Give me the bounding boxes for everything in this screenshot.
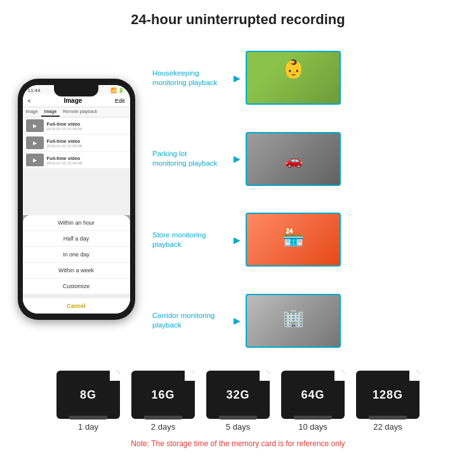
- arrow-icon-3: ▶: [234, 315, 241, 326]
- sdcard-2: 32G: [206, 371, 270, 419]
- sdcard-0: 8G: [56, 371, 120, 419]
- dropdown-item-0[interactable]: Within an hour: [23, 215, 130, 231]
- sdcard-days-4: 22 days: [373, 422, 402, 432]
- video-thumb-1: [26, 119, 44, 132]
- video-item-1: Full-time video 2019-01-01 15:58:08: [23, 117, 130, 135]
- phone-edit-button[interactable]: Edit: [115, 98, 125, 104]
- sdcard-item-2: 32G 5 days: [206, 371, 270, 432]
- phone-back-button[interactable]: <: [28, 98, 31, 104]
- sdcard-notch-2: [219, 416, 257, 420]
- phone-tabs: image Image Remote playback: [23, 107, 130, 117]
- monitoring-label-3: Corridor monitoringplayback: [152, 311, 228, 330]
- sdcard-row: 8G 1 day 16G 2 days 32G 5 days 64G: [56, 371, 420, 432]
- sdcard-4: 128G: [356, 371, 420, 419]
- video-info-1: Full-time video 2019-01-01 15:58:08: [47, 121, 83, 131]
- monitoring-section: Housekeepingmonitoring playback ▶ Parkin…: [152, 34, 470, 364]
- sdcard-section: 8G 1 day 16G 2 days 32G 5 days 64G: [0, 364, 476, 451]
- dropdown-cancel-button[interactable]: Cancel: [23, 294, 130, 314]
- arrow-icon-2: ▶: [234, 235, 241, 245]
- monitoring-img-2: [246, 213, 341, 267]
- video-date-3: 2019-01-01 15:40:08: [47, 161, 83, 165]
- video-date-2: 2019-01-01 15:45:08: [47, 144, 83, 148]
- dropdown-item-3[interactable]: Within a week: [23, 263, 130, 279]
- tab-image-active[interactable]: Image: [41, 107, 60, 117]
- dropdown-overlay: Within an hour Half a day In one day Wit…: [23, 215, 130, 314]
- monitoring-row-1: Parking lotmonitoring playback ▶: [152, 132, 470, 186]
- tab-remote-playback[interactable]: Remote playback: [60, 107, 100, 117]
- sdcard-days-2: 5 days: [226, 422, 250, 432]
- monitoring-row-0: Housekeepingmonitoring playback ▶: [152, 51, 470, 105]
- dropdown-item-4[interactable]: Customize: [23, 279, 130, 294]
- arrow-icon-0: ▶: [234, 73, 241, 83]
- video-name-3: Full-time video: [47, 155, 83, 161]
- monitoring-img-0: [246, 51, 341, 105]
- phone-mockup: 11:44 📶 🔋 < Image Edit image Image Remot…: [6, 34, 146, 364]
- sdcard-notch-1: [144, 416, 182, 420]
- sdcard-days-3: 10 days: [298, 422, 327, 432]
- page-title: 24-hour uninterrupted recording: [0, 0, 476, 34]
- sdcard-notch-0: [69, 416, 107, 420]
- monitoring-img-1: [246, 132, 341, 186]
- video-thumb-3: [26, 154, 44, 166]
- sdcard-notch-4: [369, 416, 407, 420]
- arrow-icon-1: ▶: [234, 154, 241, 164]
- sdcard-notch-3: [294, 416, 332, 420]
- phone-nav-bar: < Image Edit: [23, 95, 130, 107]
- monitoring-label-2: Store monitoringplayback: [152, 230, 228, 249]
- video-thumb-2: [26, 136, 44, 149]
- sdcard-label-4: 128G: [373, 388, 403, 402]
- video-name-2: Full-time video: [47, 138, 83, 144]
- phone-nav-title: Image: [63, 97, 82, 104]
- monitoring-label-0: Housekeepingmonitoring playback: [152, 69, 228, 88]
- sdcard-item-1: 16G 2 days: [131, 371, 195, 432]
- dropdown-menu: Within an hour Half a day In one day Wit…: [23, 215, 130, 314]
- video-info-3: Full-time video 2019-01-01 15:40:08: [47, 155, 83, 165]
- video-item-3: Full-time video 2019-01-01 15:40:08: [23, 152, 130, 169]
- phone-notch: [54, 85, 98, 96]
- sdcard-item-3: 64G 10 days: [281, 371, 345, 432]
- sdcard-days-0: 1 day: [78, 422, 98, 432]
- sdcard-label-1: 16G: [151, 388, 175, 402]
- note-text: Note: The storage time of the memory car…: [131, 439, 345, 448]
- tab-image[interactable]: image: [23, 107, 41, 117]
- dropdown-item-2[interactable]: In one day: [23, 247, 130, 263]
- sdcard-days-1: 2 days: [151, 422, 175, 432]
- phone-icons: 📶 🔋: [110, 88, 124, 93]
- monitoring-row-3: Corridor monitoringplayback ▶: [152, 294, 470, 348]
- phone-time: 11:44: [28, 88, 41, 93]
- sdcard-label-3: 64G: [301, 388, 324, 402]
- video-item-2: Full-time video 2019-01-01 15:45:08: [23, 135, 130, 152]
- sdcard-1: 16G: [131, 371, 195, 419]
- sdcard-3: 64G: [281, 371, 345, 419]
- sdcard-item-0: 8G 1 day: [56, 371, 120, 432]
- sdcard-label-0: 8G: [80, 388, 96, 402]
- monitoring-label-1: Parking lotmonitoring playback: [152, 149, 228, 168]
- monitoring-img-3: [246, 294, 341, 348]
- dropdown-item-1[interactable]: Half a day: [23, 231, 130, 247]
- sdcard-label-2: 32G: [226, 388, 249, 402]
- video-name-1: Full-time video: [47, 121, 83, 127]
- video-info-2: Full-time video 2019-01-01 15:45:08: [47, 138, 83, 148]
- video-date-1: 2019-01-01 15:58:08: [47, 127, 83, 131]
- phone-outer: 11:44 📶 🔋 < Image Edit image Image Remot…: [18, 79, 135, 320]
- sdcard-item-4: 128G 22 days: [356, 371, 420, 432]
- monitoring-row-2: Store monitoringplayback ▶: [152, 213, 470, 267]
- main-content: 11:44 📶 🔋 < Image Edit image Image Remot…: [0, 34, 476, 364]
- phone-screen: 11:44 📶 🔋 < Image Edit image Image Remot…: [23, 85, 130, 314]
